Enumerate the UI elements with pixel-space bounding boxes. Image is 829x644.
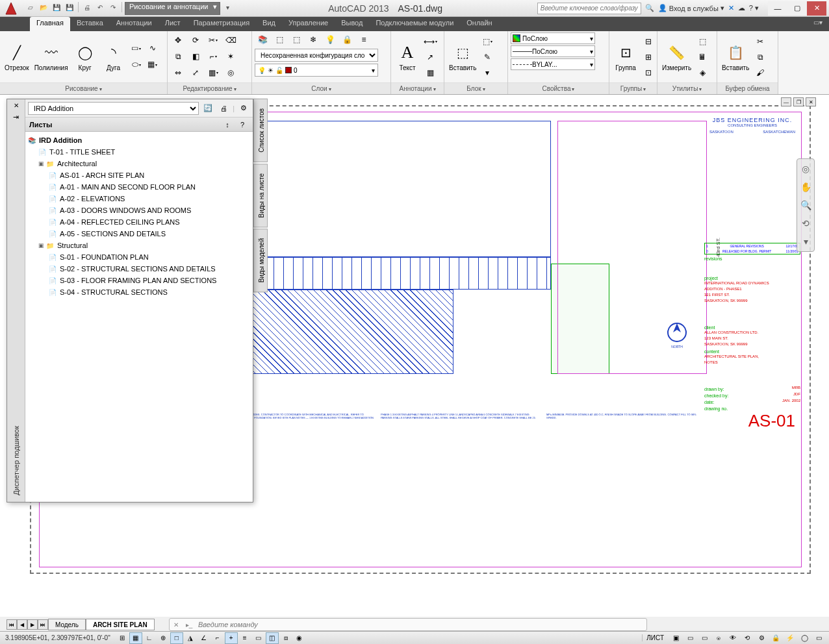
new-icon[interactable]: ▱ xyxy=(25,2,36,14)
tree-subset[interactable]: ▣📁Architectural xyxy=(27,158,251,169)
dyn-icon[interactable]: + xyxy=(225,632,238,644)
tab-modelviews[interactable]: Виды моделей xyxy=(253,229,268,292)
tree-root[interactable]: 📚IRD Addition xyxy=(27,134,251,146)
ellipse-icon[interactable]: ⬭▾ xyxy=(129,57,144,71)
panel-modify-title[interactable]: Редактирование xyxy=(168,82,251,94)
layer-iso-icon[interactable]: ⬚ xyxy=(288,32,304,47)
linetype-combo[interactable]: BYLAY...▾ xyxy=(511,58,595,70)
ortho-icon[interactable]: ∟ xyxy=(143,632,156,644)
line-button[interactable]: ╱Отрезок xyxy=(3,34,31,80)
ws-switch-icon[interactable]: ⚙ xyxy=(755,632,768,644)
move-icon[interactable]: ✥ xyxy=(170,33,186,47)
ssm-collapse-icon[interactable]: ↕ xyxy=(221,118,234,131)
layer-combo[interactable]: 💡☀🔓 0 ▾ xyxy=(255,64,378,77)
tree-subset[interactable]: ▣📁Structural xyxy=(27,240,251,251)
spline-icon[interactable]: ∿ xyxy=(145,41,160,55)
tree-sheet[interactable]: 📄A-05 - SECTIONS AND DETAILS xyxy=(27,228,251,240)
scale-icon[interactable]: ⤢ xyxy=(188,66,203,80)
minimize-button[interactable]: — xyxy=(768,1,787,16)
ssm-refresh-icon[interactable]: 🔄 xyxy=(201,102,214,115)
ssm-set-dropdown[interactable]: IRD Addition xyxy=(28,102,199,115)
layer-states-icon[interactable]: ⬚ xyxy=(272,32,287,47)
tab-prev-icon[interactable]: ◀ xyxy=(17,619,27,630)
tree-sheet[interactable]: 📄A-02 - ELEVATIONS xyxy=(27,193,251,204)
annoscale-icon[interactable]: ⍟ xyxy=(712,632,725,644)
undo-icon[interactable]: ↶ xyxy=(94,2,106,14)
tree-sheet[interactable]: 📄S-02 - STRUCTURAL SECTIONS AND DETAILS xyxy=(27,263,251,275)
doc-restore-icon[interactable]: ❐ xyxy=(793,97,804,106)
hatch-icon[interactable]: ▦▾ xyxy=(145,57,160,71)
isolate-icon[interactable]: ◯ xyxy=(798,632,811,644)
qp-icon[interactable]: ◫ xyxy=(266,632,279,644)
group-button[interactable]: ⊡Группа xyxy=(612,34,639,80)
3dosnap-icon[interactable]: ◮ xyxy=(184,632,197,644)
panel-block-title[interactable]: Блок xyxy=(444,82,507,94)
text-button[interactable]: AТекст xyxy=(394,34,421,80)
workspace-dropdown[interactable]: Рисование и аннотации xyxy=(125,2,220,15)
group-edit-icon[interactable]: ⊞ xyxy=(641,50,656,64)
lwt-icon[interactable]: ≡ xyxy=(238,632,251,644)
measure-button[interactable]: 📏Измерить xyxy=(660,34,693,80)
orbit-icon[interactable]: ⟲ xyxy=(798,216,813,230)
app-menu-button[interactable] xyxy=(0,0,22,17)
maxvp-icon[interactable]: ▣ xyxy=(669,632,682,644)
insert-button[interactable]: ⬚Вставить xyxy=(447,34,478,80)
array-icon[interactable]: ▦▾ xyxy=(205,66,221,80)
tree-sheet[interactable]: 📄S-04 - STRUCTURAL SECTIONS xyxy=(27,286,251,298)
circle-button[interactable]: ◯Круг xyxy=(71,34,99,80)
panel-draw-title[interactable]: Рисование xyxy=(0,82,167,94)
toolbar-lock-icon[interactable]: 🔒 xyxy=(769,632,782,644)
layer-off-icon[interactable]: 💡 xyxy=(322,32,338,47)
coordinates[interactable]: 3.198905E+01, 2.309797E+01, 0'-0" xyxy=(0,634,116,641)
tree-sheet[interactable]: 📄S-01 - FOUNDATION PLAN xyxy=(27,251,251,263)
tab-home[interactable]: Главная xyxy=(30,17,70,31)
ssm-close-icon[interactable]: ✕ xyxy=(14,102,19,109)
ducs-icon[interactable]: ⌐ xyxy=(211,632,224,644)
snap-icon[interactable]: ⊞ xyxy=(116,632,129,644)
trim-icon[interactable]: ✂▾ xyxy=(205,33,221,47)
rotate-icon[interactable]: ⟳ xyxy=(188,33,203,47)
layer-lock-icon[interactable]: 🔒 xyxy=(339,32,355,47)
leader-icon[interactable]: ↗ xyxy=(422,50,438,64)
hardware-accel-icon[interactable]: ⚡ xyxy=(784,632,797,644)
ssm-options-icon[interactable]: ⚙ xyxy=(237,102,250,115)
tab-manage[interactable]: Управление xyxy=(282,17,335,31)
grid-icon[interactable]: ▦ xyxy=(129,632,142,644)
paste-button[interactable]: 📋Вставить xyxy=(720,34,751,80)
dimension-icon[interactable]: ⟷▾ xyxy=(422,34,438,49)
tab-plugins[interactable]: Подключаемые модули xyxy=(369,17,460,31)
tab-output[interactable]: Вывод xyxy=(335,17,369,31)
ssm-help-icon[interactable]: ? xyxy=(236,118,249,131)
tab-sheetviews[interactable]: Виды на листе xyxy=(253,164,268,227)
annovis-icon[interactable]: 👁 xyxy=(726,632,739,644)
tab-annotate[interactable]: Аннотации xyxy=(110,17,159,31)
redo-icon[interactable]: ↷ xyxy=(107,2,119,14)
tab-sheetlist[interactable]: Список листов xyxy=(253,99,268,162)
infocenter-search[interactable] xyxy=(537,3,641,14)
polar-icon[interactable]: ⊕ xyxy=(157,632,170,644)
group-select-icon[interactable]: ⊡ xyxy=(641,66,656,80)
table-icon[interactable]: ▦ xyxy=(422,66,438,80)
offset-icon[interactable]: ◎ xyxy=(223,66,238,80)
panel-annot-title[interactable]: Аннотации xyxy=(391,82,444,94)
exchange-icon[interactable]: ✕ xyxy=(728,4,734,12)
tab-parametric[interactable]: Параметризация xyxy=(187,17,256,31)
arc-button[interactable]: ◝Дуга xyxy=(100,34,127,80)
cmd-close-icon[interactable]: ✕ xyxy=(170,621,183,628)
quickview-drawings-icon[interactable]: ▭ xyxy=(698,632,711,644)
clean-screen-icon[interactable]: ▭ xyxy=(812,632,825,644)
layer-state-combo[interactable]: Несохраненная конфигурация сло xyxy=(255,49,378,62)
ssm-pin-icon[interactable]: ⇥ xyxy=(13,113,19,121)
copy-icon[interactable]: ⧉ xyxy=(170,49,186,64)
layer-freeze-icon[interactable]: ❄ xyxy=(305,32,321,47)
doc-close-icon[interactable]: ✕ xyxy=(806,97,816,106)
osnap-icon[interactable]: □ xyxy=(170,632,183,644)
tree-sheet[interactable]: 📄A-01 - MAIN AND SECOND FLOOR PLAN xyxy=(27,181,251,193)
plot-icon[interactable]: 🖨 xyxy=(81,2,93,14)
tree-sheet[interactable]: 📄T-01 - TITLE SHEET xyxy=(27,146,251,158)
sc-icon[interactable]: ⧈ xyxy=(279,632,292,644)
showmotion-icon[interactable]: ▾ xyxy=(798,234,813,249)
copy-clip-icon[interactable]: ⧉ xyxy=(752,50,768,64)
attr-icon[interactable]: ▾ xyxy=(479,66,495,80)
layerprops-icon[interactable]: 📚 xyxy=(255,32,270,47)
